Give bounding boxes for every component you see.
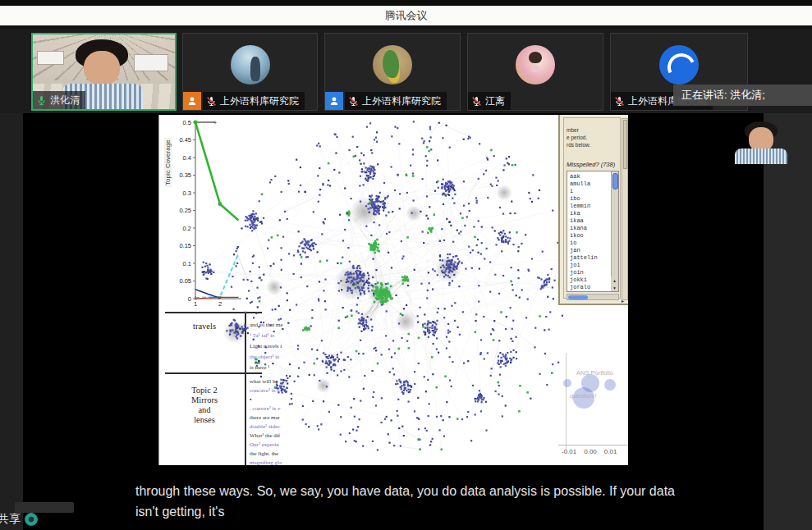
caption-line-2: isn't getting, it's <box>135 501 694 522</box>
x-tick: 0.00 <box>584 448 597 455</box>
svg-text:0.45: 0.45 <box>179 136 191 144</box>
mic-muted-icon <box>348 96 359 107</box>
presenter-shirt <box>735 148 787 164</box>
mic-muted-icon <box>206 96 217 107</box>
top-dark-strip <box>0 0 812 6</box>
instruction-line: mber <box>567 126 617 134</box>
participant-tile-hong[interactable]: 洪化清 <box>31 33 177 111</box>
participant-avatar <box>231 45 270 85</box>
svg-text:0.5: 0.5 <box>183 119 191 126</box>
table-cell-line: Our² experin <box>250 441 328 450</box>
svg-text:0.05: 0.05 <box>179 277 191 285</box>
meeting-window: 腾讯会议 洪化清 <box>0 0 812 530</box>
presenter-face-overlay <box>728 121 792 164</box>
svg-text:2: 2 <box>218 300 222 308</box>
name-badge: 洪化清 <box>33 91 85 109</box>
table-cell-lines: and so that me¹ Ta¹ tal¹ isLight travels… <box>250 320 328 371</box>
svg-text:+: + <box>213 120 217 126</box>
table-cell-line: is there ¹ <box>250 363 328 371</box>
participant-name: 上外语料库研究院 <box>220 94 299 108</box>
speaking-now-tooltip: 正在讲话: 洪化清; <box>673 85 812 106</box>
instruction-line: e period. <box>567 134 617 141</box>
table-cell-line: there are mar <box>250 413 328 423</box>
participant-avatar <box>373 45 412 85</box>
svg-text:0.3: 0.3 <box>183 190 191 197</box>
window-title: 腾讯会议 <box>385 8 428 23</box>
table-row-border <box>165 372 262 374</box>
participant-tile-corpus-1[interactable]: 上外语料库研究院 <box>182 33 318 111</box>
person-icon <box>186 95 198 107</box>
name-badge: 江离 <box>468 92 511 110</box>
shared-screen-content: 0.50.450.40.350.30.250.20.150.10.05012+x… <box>158 115 628 465</box>
left-rail <box>0 113 23 530</box>
name-badge: 上外语料库研究院 <box>345 92 447 110</box>
table-cell-line: ¹ Ta¹ tal¹ is <box>250 331 328 341</box>
table-column-border <box>245 313 246 465</box>
table-cell-line: double² sidec <box>250 423 328 432</box>
svg-text:0: 0 <box>188 295 191 303</box>
speaker-face <box>84 51 120 85</box>
table-cell-line: concave² is v <box>250 386 328 395</box>
room-screen-right <box>134 54 168 71</box>
document-table: travels Topic 2 Mirrors and lenses and s… <box>165 312 262 465</box>
x-tick: -0.01 <box>562 448 576 455</box>
table-cell-line: ▪ <box>250 395 328 404</box>
participant-name: 洪化清 <box>50 94 80 107</box>
name-badge: 上外语料库研究院 <box>203 92 305 110</box>
participant-tile-jiangli[interactable]: 江离 <box>467 33 603 111</box>
svg-text:0.2: 0.2 <box>183 225 191 232</box>
mic-muted-icon <box>471 96 482 107</box>
faint-label: question ! <box>570 392 597 400</box>
share-label: 共享 <box>0 512 21 527</box>
mic-on-icon <box>36 95 47 106</box>
instruction-line: rds below. <box>567 141 617 148</box>
svg-text:0.15: 0.15 <box>179 242 191 249</box>
participant-avatar <box>516 45 555 85</box>
list-vertical-scrollbar <box>611 171 618 291</box>
mini-chart-left-border <box>566 353 567 450</box>
table-row-label: Topic 2 Mirrors and lenses <box>165 386 244 425</box>
bubble <box>604 379 616 391</box>
mic-muted-icon <box>614 96 625 107</box>
table-cell-lines: what will haconcave² is v▪. convex² is v… <box>250 377 328 465</box>
scrollbar-thumb <box>623 120 627 169</box>
participant-name: 上外语料库研究院 <box>362 94 441 108</box>
scrollbar-thumb <box>612 173 618 190</box>
topic-coverage-chart: 0.50.450.40.350.30.250.20.150.10.05012+x… <box>159 117 248 313</box>
x-tick: 0.01 <box>604 448 617 455</box>
table-cell-line: the object¹ is <box>250 352 328 363</box>
table-cell-line: What² the dif <box>250 432 328 441</box>
svg-text:0.4: 0.4 <box>183 154 191 162</box>
misspelled-list-title: Misspelled? (738) <box>567 161 622 168</box>
room-screen-left <box>37 51 64 65</box>
spellcheck-window: mbere period.rds below. Misspelled? (738… <box>558 115 628 305</box>
chart-y-axis-label: Topic Coverage <box>164 138 172 187</box>
table-cell-line: . convex² is v <box>250 404 328 413</box>
participant-tile-corpus-2[interactable]: 上外语料库研究院 <box>324 33 461 111</box>
table-cell-line: the light. the <box>250 450 328 459</box>
svg-text:0.1: 0.1 <box>183 260 191 267</box>
right-rail <box>764 113 812 530</box>
bubble <box>563 379 571 387</box>
participant-strip: 洪化清 上外语料库研究院 <box>0 29 812 113</box>
svg-text:0.25: 0.25 <box>179 207 191 214</box>
scrollbar-arrows: ▲▼ <box>611 276 618 291</box>
member-role-icon <box>183 92 201 110</box>
misspelled-list: ▲▼ aakamullaiibolemminikaikaaikanaikooio… <box>567 171 619 292</box>
share-control[interactable]: 共享 <box>0 512 38 527</box>
spellcheck-instructions: mbere period.rds below. <box>567 126 617 148</box>
member-role-icon <box>325 92 343 110</box>
list-horizontal-scrollbar <box>567 294 619 300</box>
mini-bubble-chart: ANS Portfolio question ! -0.01 0.00 0.01 <box>558 353 628 459</box>
participant-avatar <box>659 45 699 85</box>
share-status-icon[interactable] <box>25 513 38 526</box>
mini-chart-ticks: -0.01 0.00 0.01 <box>562 448 628 455</box>
window-scrollbar <box>622 118 628 300</box>
person-icon <box>328 95 340 107</box>
live-caption: through these ways. So, we say, you have… <box>135 481 694 522</box>
faint-label: ANS Portfolio <box>576 369 613 377</box>
table-cell-line: Light travels i <box>250 341 328 352</box>
participant-name: 江离 <box>485 94 505 108</box>
table-cell-line: and so that me <box>250 320 328 331</box>
svg-text:1: 1 <box>194 300 197 308</box>
